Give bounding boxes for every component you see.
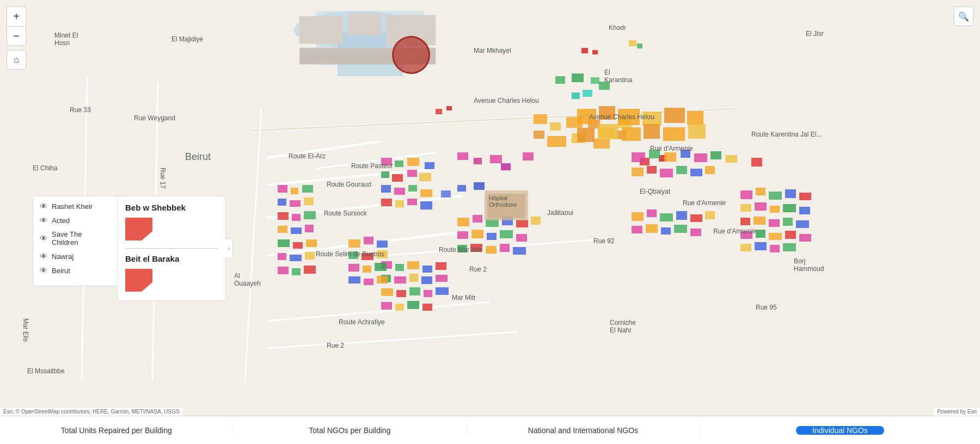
svg-rect-60 xyxy=(394,188,405,195)
svg-rect-194 xyxy=(688,124,706,139)
zoom-controls: + − ⌂ xyxy=(7,7,26,70)
svg-rect-130 xyxy=(690,229,701,236)
svg-rect-93 xyxy=(486,246,497,254)
svg-rect-126 xyxy=(632,226,642,233)
svg-rect-186 xyxy=(642,112,661,126)
svg-rect-36 xyxy=(523,152,534,161)
home-button[interactable]: ⌂ xyxy=(7,50,26,70)
zoom-out-button[interactable]: − xyxy=(7,26,26,46)
eye-icon-beirut[interactable]: 👁 xyxy=(40,266,47,275)
zoom-in-button[interactable]: + xyxy=(7,7,26,26)
search-button[interactable]: 🔍 xyxy=(954,7,973,26)
svg-rect-99 xyxy=(785,189,796,198)
collapse-button[interactable]: ‹ xyxy=(225,239,233,258)
svg-rect-196 xyxy=(592,50,598,54)
svg-rect-84 xyxy=(516,220,528,227)
svg-rect-45 xyxy=(446,106,452,110)
svg-rect-81 xyxy=(473,215,482,223)
svg-rect-166 xyxy=(290,255,302,261)
svg-rect-180 xyxy=(348,276,360,283)
svg-rect-57 xyxy=(407,170,417,177)
svg-rect-63 xyxy=(381,199,392,206)
svg-rect-52 xyxy=(395,161,403,167)
svg-rect-21 xyxy=(534,114,547,124)
svg-rect-122 xyxy=(660,213,673,221)
marker-center xyxy=(407,51,415,59)
svg-rect-139 xyxy=(421,276,432,284)
svg-rect-138 xyxy=(409,274,418,282)
tab-total-ngos[interactable]: Total NGOs per Building xyxy=(234,426,467,435)
svg-rect-41 xyxy=(457,185,466,192)
svg-rect-98 xyxy=(769,192,782,200)
svg-rect-85 xyxy=(531,217,541,225)
map-container[interactable]: Beirut Minet ElHosn El Majidiye Mar Mkha… xyxy=(0,0,980,444)
svg-rect-154 xyxy=(290,200,301,207)
svg-rect-72 xyxy=(710,151,721,159)
svg-rect-92 xyxy=(470,244,482,252)
svg-rect-123 xyxy=(676,211,687,220)
svg-rect-49 xyxy=(572,92,580,99)
tab-national-ngos[interactable]: National and International NGOs xyxy=(467,426,700,435)
svg-rect-141 xyxy=(381,288,393,296)
svg-rect-78 xyxy=(690,169,702,176)
svg-rect-109 xyxy=(783,218,793,226)
tab-wrapper-3: National and International NGOs xyxy=(467,416,700,444)
svg-rect-129 xyxy=(674,225,687,233)
svg-rect-86 xyxy=(457,231,468,239)
svg-rect-71 xyxy=(694,153,707,162)
svg-rect-95 xyxy=(513,247,526,255)
svg-rect-76 xyxy=(660,169,673,177)
eye-icon-nawraj[interactable]: 👁 xyxy=(40,252,47,261)
svg-rect-181 xyxy=(364,279,373,285)
tab-wrapper-4: Individual NGOs xyxy=(700,416,980,444)
svg-rect-101 xyxy=(740,204,751,212)
svg-rect-58 xyxy=(419,173,431,181)
svg-rect-184 xyxy=(599,106,615,120)
svg-rect-119 xyxy=(783,243,796,251)
legend-label-acted: Acted xyxy=(52,217,70,225)
svg-marker-203 xyxy=(125,269,152,292)
tab-wrapper-1: Total Units Repaired per Building xyxy=(0,416,234,444)
svg-rect-56 xyxy=(392,174,403,182)
svg-rect-34 xyxy=(490,155,502,163)
svg-rect-174 xyxy=(348,251,358,259)
svg-rect-65 xyxy=(407,199,417,205)
svg-rect-169 xyxy=(292,268,301,275)
svg-rect-147 xyxy=(395,304,404,311)
svg-rect-165 xyxy=(278,253,286,260)
eye-icon-rashet[interactable]: 👁 xyxy=(40,202,47,211)
legend-label-savechildren: Save TheChildren xyxy=(52,230,82,246)
svg-rect-124 xyxy=(690,214,702,222)
svg-rect-149 xyxy=(422,304,432,311)
svg-rect-75 xyxy=(647,166,657,174)
svg-rect-144 xyxy=(424,290,432,297)
tab-total-units[interactable]: Total Units Repaired per Building xyxy=(0,426,234,435)
svg-rect-62 xyxy=(420,189,432,197)
svg-rect-151 xyxy=(291,188,298,194)
svg-rect-161 xyxy=(305,225,314,232)
svg-rect-55 xyxy=(381,171,389,178)
svg-rect-116 xyxy=(740,244,751,251)
svg-rect-107 xyxy=(754,217,765,225)
svg-rect-178 xyxy=(363,266,371,273)
svg-rect-142 xyxy=(396,290,406,297)
svg-rect-108 xyxy=(769,219,780,227)
svg-rect-192 xyxy=(644,124,660,139)
svg-rect-59 xyxy=(381,185,391,193)
chevron-left-icon: ‹ xyxy=(228,245,230,251)
svg-rect-69 xyxy=(664,152,676,162)
svg-rect-145 xyxy=(436,287,449,295)
svg-rect-115 xyxy=(799,234,811,242)
svg-rect-140 xyxy=(436,275,448,282)
svg-rect-53 xyxy=(407,158,419,166)
eye-icon-acted[interactable]: 👁 xyxy=(40,216,47,225)
svg-rect-134 xyxy=(422,266,432,273)
search-icon: 🔍 xyxy=(958,11,969,22)
svg-rect-90 xyxy=(516,234,527,242)
svg-rect-175 xyxy=(362,253,373,260)
divider-1 xyxy=(125,248,218,249)
svg-rect-118 xyxy=(770,245,780,252)
tab-individual-ngos[interactable]: Individual NGOs xyxy=(796,426,884,435)
attribution-text: Esri, © OpenStreetMap contributors, HERE… xyxy=(3,409,180,415)
eye-icon-savechildren[interactable]: 👁 xyxy=(40,234,47,243)
